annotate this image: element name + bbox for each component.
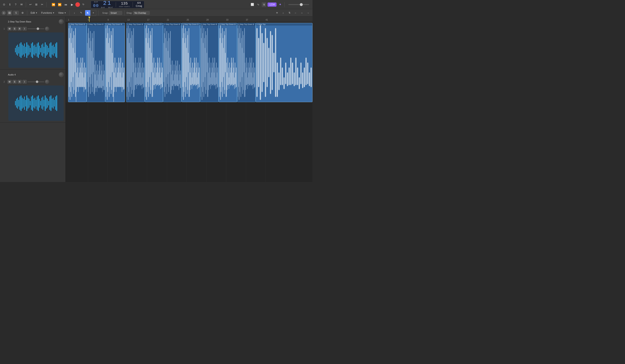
star-icon[interactable]: ✦ — [278, 2, 282, 7]
mute-button-2[interactable]: M — [7, 80, 12, 84]
settings-button[interactable]: ⚙ — [20, 10, 25, 15]
expand-h-left-button[interactable]: ← — [293, 10, 298, 16]
audio-region-1[interactable]: 2-Step Top Down B — [68, 23, 87, 102]
transform-tool-button[interactable]: ↕ — [72, 10, 77, 16]
volume-thumb — [300, 3, 303, 6]
svg-rect-12 — [25, 47, 26, 54]
track-knob-2[interactable] — [59, 72, 64, 77]
track-row-1: 2-Step Top Down B — [65, 22, 312, 103]
svg-rect-101 — [83, 67, 84, 87]
input-monitor-button-2[interactable]: I — [23, 80, 27, 84]
scissors-icon[interactable]: ✂ — [40, 2, 44, 7]
rewind-button[interactable]: ⏪ — [50, 2, 56, 7]
svg-rect-392 — [299, 77, 300, 89]
audio-region-10[interactable]: 2-Step Top Down B — [237, 23, 256, 102]
svg-rect-282 — [202, 25, 202, 100]
audio-region-2[interactable]: 2-Step Top Down B — [87, 23, 105, 102]
volume-slider-1[interactable] — [28, 28, 44, 29]
svg-rect-228 — [167, 41, 168, 84]
playhead — [89, 17, 90, 22]
audio-region-4[interactable]: 2-Step Top Down B — [126, 23, 145, 102]
pointer-tool-button[interactable] — [85, 10, 91, 16]
volume-slider-2[interactable] — [28, 82, 44, 82]
svg-rect-389 — [294, 72, 295, 86]
svg-rect-243 — [176, 65, 177, 85]
svg-rect-234 — [171, 64, 171, 94]
track-knob-1[interactable] — [59, 19, 64, 24]
expand-v-button[interactable]: ⇅ — [287, 10, 292, 16]
snap-select[interactable]: Smart Bar Beat Division — [109, 11, 122, 15]
plus-tool-button[interactable]: + — [91, 10, 96, 16]
svg-rect-61 — [39, 99, 40, 108]
edit-menu[interactable]: Edit ▼ — [29, 11, 39, 15]
svg-rect-263 — [189, 63, 190, 97]
svg-rect-45 — [21, 95, 21, 111]
svg-rect-4 — [16, 46, 17, 55]
svg-rect-160 — [122, 77, 122, 92]
svg-rect-266 — [191, 67, 192, 85]
svg-rect-347 — [243, 35, 244, 90]
eraser-icon[interactable]: ⬜ — [250, 2, 255, 7]
mute-button-1[interactable]: M — [7, 27, 12, 30]
svg-rect-150 — [115, 67, 116, 87]
record-button[interactable] — [75, 2, 80, 7]
mail-icon[interactable]: ✉ — [19, 2, 24, 7]
brush-icon[interactable]: ∿ — [256, 2, 260, 7]
pan-knob-2[interactable] — [45, 80, 49, 84]
svg-rect-312 — [221, 33, 221, 92]
svg-rect-260 — [188, 35, 188, 90]
undo-icon[interactable]: ↩ — [28, 2, 33, 7]
pencil-tool-button[interactable]: ✎ — [78, 10, 84, 16]
audio-region-11[interactable]: 2-Step Top — [256, 23, 312, 102]
info-icon[interactable]: ℹ — [7, 2, 12, 7]
cycle-button[interactable]: ↻ — [80, 2, 86, 7]
svg-rect-56 — [33, 99, 34, 108]
capture-icon[interactable]: ⊙ — [2, 2, 6, 7]
back-to-start-button[interactable]: ⏮ — [63, 2, 69, 7]
play-button[interactable]: ▶ — [69, 2, 75, 7]
mode-1234-button[interactable]: 1234 — [268, 2, 277, 7]
svg-rect-219 — [161, 63, 161, 84]
svg-rect-106 — [87, 43, 88, 82]
add-track-button[interactable]: + — [2, 11, 6, 15]
s-icon[interactable]: S — [262, 2, 266, 7]
align-tool-button[interactable]: ↕ — [281, 10, 286, 16]
drag-select[interactable]: No Overlap Overlap X-Fade — [133, 11, 150, 15]
audio-region-9[interactable]: 2-Step Top Down B — [219, 23, 237, 102]
right-divider — [284, 2, 285, 7]
audio-region-6[interactable]: 2-Step Top Down B — [163, 23, 182, 102]
svg-rect-68 — [47, 99, 48, 108]
svg-rect-209 — [155, 77, 155, 89]
svg-rect-133 — [103, 74, 104, 90]
master-volume-slider[interactable] — [288, 4, 309, 5]
expand-h-right-button[interactable]: → — [305, 10, 311, 16]
waveform-tool-button[interactable]: ≋ — [274, 10, 280, 16]
svg-rect-130 — [102, 70, 102, 88]
functions-menu[interactable]: Functions ▼ — [40, 11, 56, 15]
solo-button[interactable]: S — [13, 11, 19, 15]
svg-rect-397 — [307, 63, 308, 84]
view-menu[interactable]: View ▼ — [57, 11, 67, 15]
solo-button-1[interactable]: S — [12, 27, 17, 30]
track-list-button[interactable] — [7, 10, 12, 15]
help-icon[interactable]: ? — [13, 2, 18, 7]
audio-region-3[interactable]: 2-Step Top Down B — [105, 23, 125, 102]
expand-h-button[interactable]: ↔ — [299, 10, 305, 16]
pan-knob-1[interactable] — [45, 27, 49, 31]
svg-rect-293 — [208, 72, 209, 90]
audio-region-5[interactable]: 2-Step Top Down B — [145, 23, 163, 102]
svg-rect-295 — [210, 67, 210, 85]
svg-rect-89 — [76, 63, 76, 102]
svg-rect-104 — [85, 72, 85, 90]
fast-forward-button[interactable]: ⏩ — [57, 2, 62, 7]
mixer-icon[interactable]: ⊞ — [34, 2, 38, 7]
audio-region-7[interactable]: 2-Step Top Down B — [182, 23, 200, 102]
record-arm-button-2[interactable]: R — [18, 80, 22, 84]
audio-region-8[interactable]: 2-Step Top Down B — [200, 23, 219, 102]
input-monitor-button-1[interactable]: I — [23, 27, 27, 30]
solo-button-2[interactable]: S — [12, 80, 17, 84]
svg-rect-11 — [24, 43, 25, 57]
svg-rect-113 — [92, 51, 92, 75]
svg-rect-193 — [145, 28, 146, 97]
record-arm-button-1[interactable]: R — [18, 27, 22, 30]
